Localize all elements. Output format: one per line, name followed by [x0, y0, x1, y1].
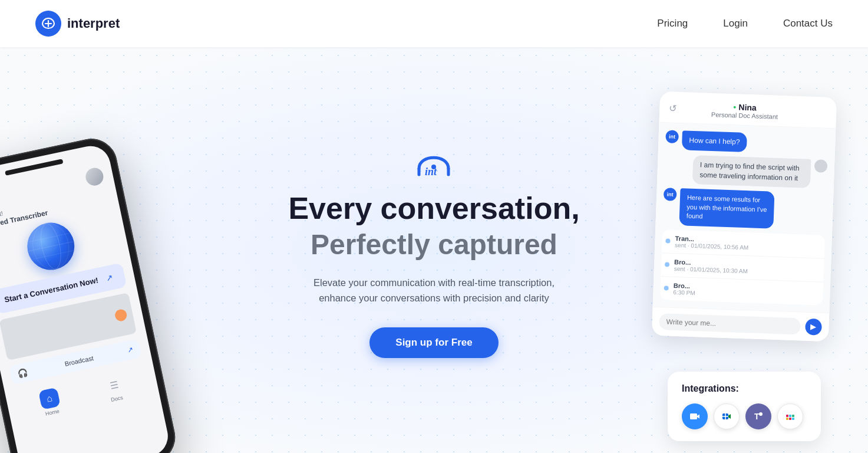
chat-bubble-bot-1: How can I help?: [682, 130, 747, 152]
chat-bubble-user: I am trying to find the script with some…: [692, 155, 811, 189]
svg-line-6: [30, 250, 75, 260]
nav-login[interactable]: Login: [723, 18, 748, 29]
logo-icon: [35, 11, 61, 37]
docs-icon: ☰: [103, 374, 126, 396]
headphone-icon: 🎧: [16, 367, 28, 379]
list-dot-2: [665, 262, 669, 267]
chat-assistant-info: ● Nina Personal Doc Assistant: [676, 100, 813, 122]
svg-rect-22: [789, 418, 791, 420]
chat-message-3: int Here are some results for you with t…: [662, 188, 826, 231]
phone-keyboard-dot: [114, 308, 128, 323]
list-dot-1: [665, 238, 670, 243]
bot-avatar-2: int: [664, 188, 677, 202]
chat-send-button[interactable]: ▶: [805, 318, 822, 335]
phone-globe: [23, 218, 79, 274]
google-meet-icon: [714, 403, 740, 429]
hero-title-line2: Perfectly captured: [288, 228, 579, 261]
chat-message-2: I am trying to find the script with some…: [664, 154, 828, 189]
chat-footer: ▶: [652, 306, 830, 341]
chat-body: int How can I help? I am trying to find …: [653, 123, 836, 313]
chat-bubble-bot-2: Here are some results for you with the i…: [679, 189, 774, 229]
nav-links: Pricing Login Contact Us: [657, 18, 833, 29]
phone-nav-docs[interactable]: ☰ Docs: [103, 374, 127, 404]
phone-avatar: [84, 166, 105, 187]
nav-pricing[interactable]: Pricing: [657, 18, 688, 29]
user-avatar: [814, 159, 828, 173]
phone-broadcast-arrow-icon: ↗: [127, 346, 134, 355]
svg-point-2: [38, 222, 65, 271]
logo-text: interpret: [67, 16, 120, 31]
slack-icon: [777, 403, 803, 429]
integrations-card: Integrations:: [668, 372, 821, 441]
svg-text:int: int: [425, 166, 437, 178]
chat-panel: ↺ ● Nina Personal Doc Assistant int How …: [652, 91, 837, 342]
logo[interactable]: interpret: [35, 11, 120, 37]
chat-message-1: int How can I help?: [665, 130, 829, 155]
svg-line-4: [28, 241, 73, 251]
svg-rect-18: [786, 415, 788, 417]
svg-point-16: [759, 412, 763, 416]
navbar: interpret Pricing Login Contact Us: [0, 0, 868, 47]
bot-avatar: int: [665, 130, 679, 143]
brand-icon: int: [410, 142, 457, 178]
list-dot-3: [664, 285, 669, 290]
chat-list-item-3: Bro... 6:30 PM: [660, 277, 823, 306]
microsoft-teams-icon: T: [745, 403, 771, 429]
phone-cta-text: Start a Conversation Now!: [4, 275, 100, 306]
nav-contact[interactable]: Contact Us: [783, 18, 833, 29]
integrations-icons: T: [682, 403, 807, 429]
zoom-icon: [682, 403, 708, 429]
phone-nav-home[interactable]: ⌂ Home: [38, 388, 62, 418]
phone-broadcast-label: Broadcast: [64, 354, 94, 367]
integrations-title: Integrations:: [682, 383, 807, 394]
phone-cta-arrow-icon: ↗: [105, 273, 114, 283]
phone-mockup: Hello, Interpret! Powered Transcriber: [0, 132, 192, 453]
svg-line-5: [27, 233, 71, 242]
svg-text:T: T: [754, 412, 760, 421]
refresh-icon[interactable]: ↺: [669, 103, 677, 114]
hero-title-line1: Every conversation,: [288, 192, 579, 225]
svg-rect-21: [786, 418, 788, 420]
hero-center: int Every conversation, Perfectly captur…: [276, 142, 591, 357]
svg-rect-20: [792, 415, 794, 417]
hero-subtitle: Elevate your communication with real-tim…: [288, 275, 579, 306]
chat-list: Tran... sent · 01/01/2025, 10:56 AM Bro.…: [660, 229, 825, 306]
signup-button[interactable]: Sign up for Free: [369, 327, 498, 358]
hero-section: Hello, Interpret! Powered Transcriber: [0, 47, 868, 453]
svg-point-3: [29, 220, 73, 273]
home-icon: ⌂: [38, 388, 61, 410]
chat-input[interactable]: [659, 313, 801, 334]
svg-rect-23: [792, 418, 794, 420]
chat-assistant-name: Nina: [738, 103, 757, 113]
svg-rect-19: [789, 415, 791, 417]
